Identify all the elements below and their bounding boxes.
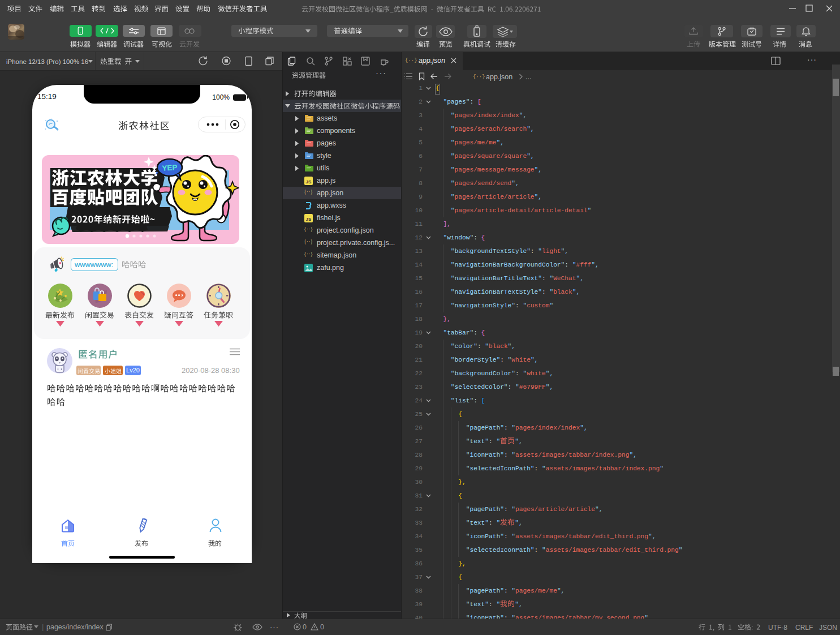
svg-text:JS: JS [306,179,312,185]
svg-text:JS: JS [306,217,312,222]
svg-text:YEP: YEP [162,163,178,173]
